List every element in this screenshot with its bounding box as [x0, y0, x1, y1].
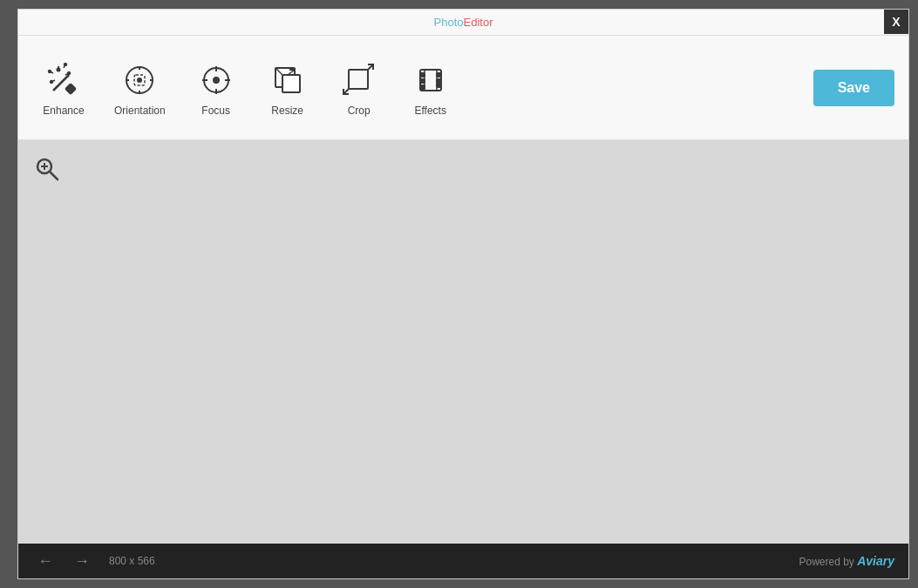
tool-focus[interactable]: Focus [185, 52, 248, 124]
forward-button[interactable]: → [69, 549, 95, 574]
tools-group: Enhance O [32, 52, 813, 124]
effects-label: Effects [414, 105, 445, 117]
svg-line-46 [50, 172, 58, 179]
effects-icon [410, 59, 452, 101]
title-bar: PhotoEditor X [18, 10, 908, 36]
save-button[interactable]: Save [813, 70, 894, 106]
bottom-bar: ← → 800 x 566 Powered by Aviary [18, 544, 908, 578]
resize-icon [267, 59, 309, 101]
tool-effects[interactable]: Effects [399, 52, 462, 124]
focus-label: Focus [201, 105, 230, 117]
crop-label: Crop [348, 105, 371, 117]
svg-point-5 [65, 63, 66, 64]
svg-point-9 [68, 71, 70, 73]
tool-crop[interactable]: Crop [328, 52, 391, 124]
svg-rect-28 [282, 75, 300, 92]
svg-rect-12 [65, 84, 75, 93]
canvas-area [18, 140, 908, 544]
focus-icon [195, 59, 237, 101]
image-dimensions: 800 x 566 [109, 555, 155, 567]
tool-resize[interactable]: Resize [256, 52, 319, 124]
svg-rect-31 [349, 70, 368, 89]
svg-point-14 [138, 78, 141, 82]
crop-icon [338, 59, 380, 101]
svg-point-11 [51, 80, 52, 82]
powered-by-text: Powered by Aviary [799, 554, 894, 568]
back-button[interactable]: ← [32, 549, 58, 574]
orientation-label: Orientation [114, 105, 166, 117]
title-photo: Photo [434, 16, 464, 29]
svg-line-29 [275, 68, 282, 75]
resize-label: Resize [271, 105, 303, 117]
toolbar: Enhance O [18, 36, 908, 140]
tool-enhance[interactable]: Enhance [32, 52, 95, 124]
zoom-icon[interactable] [34, 156, 60, 182]
app-title: PhotoEditor [434, 16, 493, 29]
title-editor: Editor [464, 16, 493, 29]
aviary-brand: Aviary [857, 554, 894, 568]
orientation-icon [119, 59, 160, 101]
close-button[interactable]: X [884, 10, 908, 34]
svg-point-3 [58, 68, 60, 71]
enhance-icon [43, 59, 85, 101]
svg-point-22 [214, 78, 217, 81]
svg-point-7 [49, 70, 51, 71]
tool-orientation[interactable]: Orientation [104, 52, 176, 124]
enhance-label: Enhance [43, 105, 84, 117]
